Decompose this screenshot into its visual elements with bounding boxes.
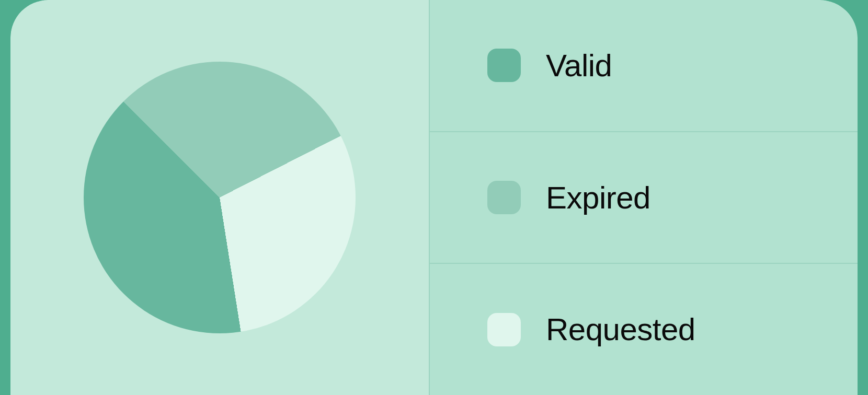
pie-chart-panel — [10, 0, 429, 395]
swatch-valid-icon — [487, 49, 521, 82]
legend-panel: Valid Expired Requested — [429, 0, 858, 395]
legend-label-expired: Expired — [546, 180, 650, 216]
legend-label-valid: Valid — [546, 48, 612, 84]
legend-item-expired[interactable]: Expired — [430, 132, 858, 264]
status-card: Valid Expired Requested — [10, 0, 858, 395]
legend-item-valid[interactable]: Valid — [430, 0, 858, 132]
swatch-requested-icon — [487, 313, 521, 346]
legend-item-requested[interactable]: Requested — [430, 264, 858, 395]
swatch-expired-icon — [487, 181, 521, 214]
legend-label-requested: Requested — [546, 311, 695, 347]
status-pie-chart — [84, 62, 356, 333]
